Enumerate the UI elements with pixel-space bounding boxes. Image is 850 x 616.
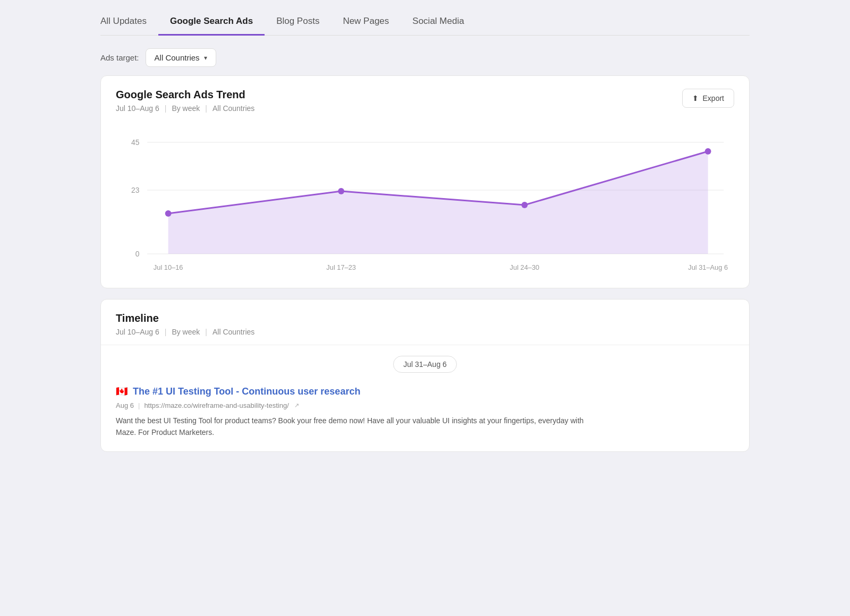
svg-text:Jul 17–23: Jul 17–23 [326,263,356,271]
timeline-title-block: Timeline Jul 10–Aug 6 | By week | All Co… [116,312,254,336]
svg-text:23: 23 [131,186,140,194]
timeline-card-title: Timeline [116,312,254,324]
svg-text:Jul 10–16: Jul 10–16 [154,263,183,271]
ad-title-link[interactable]: The #1 UI Testing Tool - Continuous user… [133,386,360,397]
week-badge: Jul 31–Aug 6 [393,356,457,373]
sep-5: | [138,401,140,409]
timeline-card-header: Timeline Jul 10–Aug 6 | By week | All Co… [101,300,749,345]
trend-chart-svg: 45 23 0 Jul 10–16 Jul 17–23 Jul 24–30 Ju… [116,126,734,275]
timeline-country: All Countries [212,328,254,336]
ads-target-label: Ads target: [100,53,139,62]
trend-card-title-block: Google Search Ads Trend Jul 10–Aug 6 | B… [116,89,254,113]
trend-card-subtitle: Jul 10–Aug 6 | By week | All Countries [116,104,254,113]
timeline-card-subtitle: Jul 10–Aug 6 | By week | All Countries [116,328,254,336]
timeline-by-week: By week [172,328,200,336]
chart-dot-4 [705,148,711,155]
chart-dot-3 [522,202,528,208]
tab-google-search-ads[interactable]: Google Search Ads [158,8,265,36]
trend-card: Google Search Ads Trend Jul 10–Aug 6 | B… [100,75,750,288]
separator-2: | [205,104,207,113]
svg-text:0: 0 [135,250,140,258]
trend-country: All Countries [212,104,254,113]
flag-icon: 🇨🇦 [116,386,128,397]
tab-new-pages[interactable]: New Pages [331,8,401,36]
trend-card-header: Google Search Ads Trend Jul 10–Aug 6 | B… [101,76,749,121]
trend-by-week: By week [172,104,200,113]
export-button[interactable]: ⬆ Export [682,89,734,108]
svg-text:45: 45 [131,138,140,147]
tab-all-updates[interactable]: All Updates [100,8,158,36]
trend-date-range: Jul 10–Aug 6 [116,104,159,113]
ad-title-row: 🇨🇦 The #1 UI Testing Tool - Continuous u… [116,386,734,397]
filter-bar: Ads target: All Countries ▾ [100,36,750,75]
page-container: All Updates Google Search Ads Blog Posts… [88,0,762,484]
svg-text:Jul 31–Aug 6: Jul 31–Aug 6 [688,263,728,271]
svg-text:Jul 24–30: Jul 24–30 [510,263,540,271]
sep-4: | [205,328,207,336]
chart-dot-2 [338,188,344,194]
week-badge-container: Jul 31–Aug 6 [101,345,749,381]
ad-description: Want the best UI Testing Tool for produc… [116,415,594,439]
trend-card-title: Google Search Ads Trend [116,89,254,101]
trend-chart-container: 45 23 0 Jul 10–16 Jul 17–23 Jul 24–30 Ju… [101,121,749,288]
country-filter-dropdown[interactable]: All Countries ▾ [146,48,216,67]
ad-date: Aug 6 [116,401,134,409]
tab-social-media[interactable]: Social Media [401,8,475,36]
ad-meta: Aug 6 | https://maze.co/wireframe-and-us… [116,401,734,409]
chevron-down-icon: ▾ [204,54,207,62]
sep-3: | [165,328,167,336]
export-icon: ⬆ [692,94,699,102]
export-label: Export [703,94,724,102]
country-filter-value: All Countries [155,53,200,62]
ad-url-link[interactable]: https://maze.co/wireframe-and-usability-… [144,401,288,409]
timeline-card: Timeline Jul 10–Aug 6 | By week | All Co… [100,299,750,452]
tab-blog-posts[interactable]: Blog Posts [265,8,331,36]
timeline-date-range: Jul 10–Aug 6 [116,328,159,336]
external-link-icon: ↗ [294,402,299,409]
timeline-entry: 🇨🇦 The #1 UI Testing Tool - Continuous u… [101,381,749,451]
chart-dot-1 [165,210,172,217]
separator-1: | [165,104,167,113]
tab-navigation: All Updates Google Search Ads Blog Posts… [100,0,750,36]
